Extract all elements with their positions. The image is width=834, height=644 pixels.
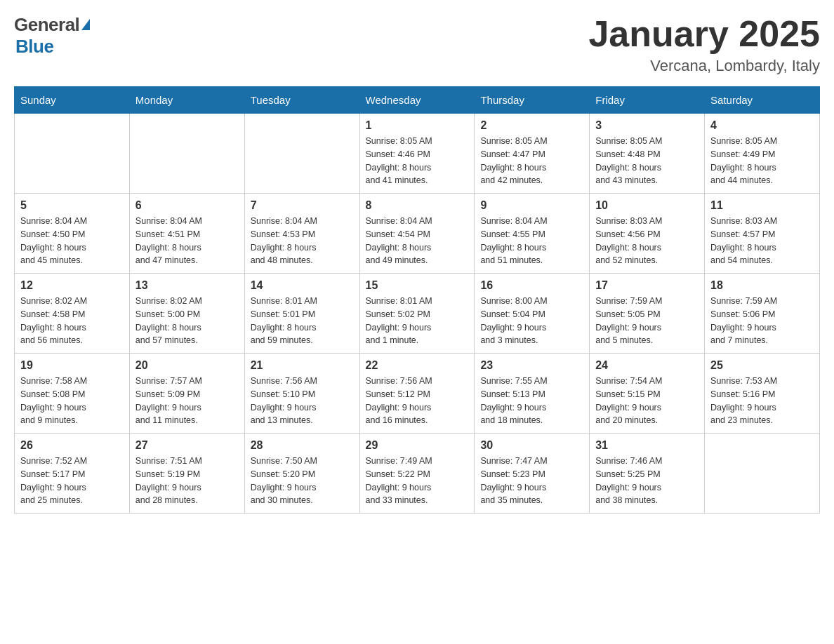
day-number: 14	[251, 279, 354, 292]
calendar-cell: 6Sunrise: 8:04 AMSunset: 4:51 PMDaylight…	[129, 194, 244, 274]
calendar-cell: 4Sunrise: 8:05 AMSunset: 4:49 PMDaylight…	[705, 114, 820, 194]
day-info: Sunrise: 7:59 AMSunset: 5:05 PMDaylight:…	[595, 295, 699, 347]
week-row-3: 12Sunrise: 8:02 AMSunset: 4:58 PMDayligh…	[15, 274, 820, 354]
logo-triangle-icon	[81, 19, 90, 30]
day-info: Sunrise: 8:05 AMSunset: 4:46 PMDaylight:…	[366, 135, 469, 187]
day-info: Sunrise: 8:05 AMSunset: 4:48 PMDaylight:…	[595, 135, 699, 187]
calendar-header: SundayMondayTuesdayWednesdayThursdayFrid…	[15, 87, 820, 114]
day-number: 7	[251, 199, 354, 212]
day-info: Sunrise: 7:50 AMSunset: 5:20 PMDaylight:…	[251, 455, 354, 507]
calendar-cell: 31Sunrise: 7:46 AMSunset: 5:25 PMDayligh…	[590, 434, 705, 514]
day-info: Sunrise: 8:01 AMSunset: 5:01 PMDaylight:…	[251, 295, 354, 347]
calendar-cell: 25Sunrise: 7:53 AMSunset: 5:16 PMDayligh…	[705, 354, 820, 434]
day-number: 24	[595, 359, 699, 372]
day-info: Sunrise: 8:00 AMSunset: 5:04 PMDaylight:…	[480, 295, 583, 347]
day-number: 28	[251, 439, 354, 452]
day-number: 20	[135, 359, 239, 372]
calendar-cell: 13Sunrise: 8:02 AMSunset: 5:00 PMDayligh…	[129, 274, 244, 354]
day-info: Sunrise: 7:47 AMSunset: 5:23 PMDaylight:…	[480, 455, 583, 507]
day-info: Sunrise: 7:51 AMSunset: 5:19 PMDaylight:…	[135, 455, 239, 507]
day-info: Sunrise: 8:04 AMSunset: 4:54 PMDaylight:…	[366, 215, 469, 267]
header-row: SundayMondayTuesdayWednesdayThursdayFrid…	[15, 87, 820, 114]
logo-blue: Blue	[15, 36, 53, 57]
day-info: Sunrise: 8:04 AMSunset: 4:50 PMDaylight:…	[20, 215, 124, 267]
week-row-4: 19Sunrise: 7:58 AMSunset: 5:08 PMDayligh…	[15, 354, 820, 434]
day-number: 1	[366, 119, 469, 132]
day-info: Sunrise: 7:46 AMSunset: 5:25 PMDaylight:…	[595, 455, 699, 507]
calendar-cell: 20Sunrise: 7:57 AMSunset: 5:09 PMDayligh…	[129, 354, 244, 434]
calendar-body: 1Sunrise: 8:05 AMSunset: 4:46 PMDaylight…	[15, 114, 820, 514]
column-header-friday: Friday	[590, 87, 705, 114]
calendar-cell	[129, 114, 244, 194]
logo-general: General	[14, 14, 79, 36]
day-info: Sunrise: 7:56 AMSunset: 5:10 PMDaylight:…	[251, 375, 354, 427]
calendar-cell	[705, 434, 820, 514]
column-header-saturday: Saturday	[705, 87, 820, 114]
day-info: Sunrise: 7:52 AMSunset: 5:17 PMDaylight:…	[20, 455, 124, 507]
day-number: 16	[480, 279, 583, 292]
day-number: 29	[366, 439, 469, 452]
calendar-cell: 29Sunrise: 7:49 AMSunset: 5:22 PMDayligh…	[359, 434, 475, 514]
calendar-cell: 11Sunrise: 8:03 AMSunset: 4:57 PMDayligh…	[705, 194, 820, 274]
column-header-monday: Monday	[129, 87, 244, 114]
week-row-2: 5Sunrise: 8:04 AMSunset: 4:50 PMDaylight…	[15, 194, 820, 274]
day-number: 4	[710, 119, 814, 132]
day-info: Sunrise: 8:05 AMSunset: 4:47 PMDaylight:…	[480, 135, 583, 187]
day-number: 10	[595, 199, 699, 212]
calendar-cell: 18Sunrise: 7:59 AMSunset: 5:06 PMDayligh…	[705, 274, 820, 354]
calendar-cell	[15, 114, 130, 194]
day-number: 18	[710, 279, 814, 292]
day-number: 23	[480, 359, 583, 372]
day-number: 8	[366, 199, 469, 212]
day-info: Sunrise: 8:04 AMSunset: 4:55 PMDaylight:…	[480, 215, 583, 267]
page-title: January 2025	[588, 14, 820, 54]
column-header-tuesday: Tuesday	[244, 87, 359, 114]
week-row-1: 1Sunrise: 8:05 AMSunset: 4:46 PMDaylight…	[15, 114, 820, 194]
calendar-table: SundayMondayTuesdayWednesdayThursdayFrid…	[14, 86, 820, 514]
title-area: January 2025 Vercana, Lombardy, Italy	[588, 14, 820, 75]
calendar-cell: 10Sunrise: 8:03 AMSunset: 4:56 PMDayligh…	[590, 194, 705, 274]
day-number: 6	[135, 199, 239, 212]
calendar-cell: 9Sunrise: 8:04 AMSunset: 4:55 PMDaylight…	[475, 194, 590, 274]
logo: General Blue	[14, 14, 90, 58]
calendar-cell: 22Sunrise: 7:56 AMSunset: 5:12 PMDayligh…	[359, 354, 475, 434]
calendar-cell: 15Sunrise: 8:01 AMSunset: 5:02 PMDayligh…	[359, 274, 475, 354]
day-number: 2	[480, 119, 583, 132]
calendar-cell: 2Sunrise: 8:05 AMSunset: 4:47 PMDaylight…	[475, 114, 590, 194]
calendar-cell: 19Sunrise: 7:58 AMSunset: 5:08 PMDayligh…	[15, 354, 130, 434]
calendar-cell: 30Sunrise: 7:47 AMSunset: 5:23 PMDayligh…	[475, 434, 590, 514]
calendar-cell: 12Sunrise: 8:02 AMSunset: 4:58 PMDayligh…	[15, 274, 130, 354]
column-header-wednesday: Wednesday	[359, 87, 475, 114]
day-number: 21	[251, 359, 354, 372]
day-number: 3	[595, 119, 699, 132]
calendar-cell: 14Sunrise: 8:01 AMSunset: 5:01 PMDayligh…	[244, 274, 359, 354]
day-info: Sunrise: 8:04 AMSunset: 4:51 PMDaylight:…	[135, 215, 239, 267]
column-header-sunday: Sunday	[15, 87, 130, 114]
calendar-cell: 28Sunrise: 7:50 AMSunset: 5:20 PMDayligh…	[244, 434, 359, 514]
day-info: Sunrise: 8:01 AMSunset: 5:02 PMDaylight:…	[366, 295, 469, 347]
calendar-cell: 24Sunrise: 7:54 AMSunset: 5:15 PMDayligh…	[590, 354, 705, 434]
calendar-cell: 1Sunrise: 8:05 AMSunset: 4:46 PMDaylight…	[359, 114, 475, 194]
day-number: 5	[20, 199, 124, 212]
day-number: 17	[595, 279, 699, 292]
day-info: Sunrise: 7:54 AMSunset: 5:15 PMDaylight:…	[595, 375, 699, 427]
day-number: 31	[595, 439, 699, 452]
day-number: 30	[480, 439, 583, 452]
day-number: 9	[480, 199, 583, 212]
day-info: Sunrise: 8:03 AMSunset: 4:57 PMDaylight:…	[710, 215, 814, 267]
day-info: Sunrise: 7:55 AMSunset: 5:13 PMDaylight:…	[480, 375, 583, 427]
day-number: 27	[135, 439, 239, 452]
calendar-cell	[244, 114, 359, 194]
day-number: 13	[135, 279, 239, 292]
day-number: 19	[20, 359, 124, 372]
day-number: 15	[366, 279, 469, 292]
day-number: 26	[20, 439, 124, 452]
calendar-cell: 8Sunrise: 8:04 AMSunset: 4:54 PMDaylight…	[359, 194, 475, 274]
column-header-thursday: Thursday	[475, 87, 590, 114]
day-info: Sunrise: 7:58 AMSunset: 5:08 PMDaylight:…	[20, 375, 124, 427]
day-info: Sunrise: 7:49 AMSunset: 5:22 PMDaylight:…	[366, 455, 469, 507]
day-info: Sunrise: 8:04 AMSunset: 4:53 PMDaylight:…	[251, 215, 354, 267]
day-number: 11	[710, 199, 814, 212]
day-info: Sunrise: 7:53 AMSunset: 5:16 PMDaylight:…	[710, 375, 814, 427]
day-info: Sunrise: 7:59 AMSunset: 5:06 PMDaylight:…	[710, 295, 814, 347]
